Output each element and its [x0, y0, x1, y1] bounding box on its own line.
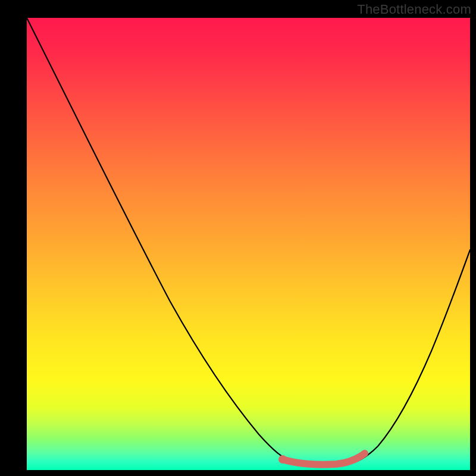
- optimal-range-segment: [283, 453, 365, 465]
- optimal-start-dot: [278, 455, 287, 464]
- plot-area: [27, 18, 470, 470]
- bottleneck-curve: [27, 18, 470, 466]
- chart-frame: TheBottleneck.com: [0, 0, 476, 476]
- curve-overlay: [27, 18, 470, 470]
- watermark-text: TheBottleneck.com: [357, 2, 471, 17]
